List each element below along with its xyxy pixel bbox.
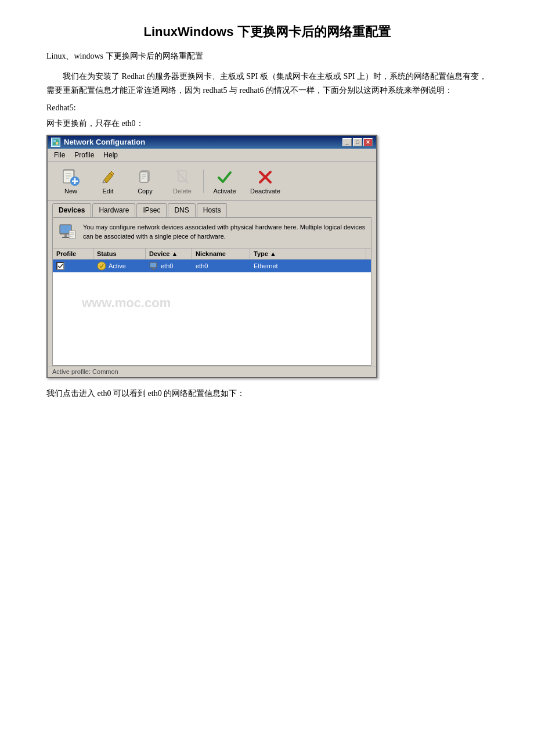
- activate-icon: [215, 168, 234, 186]
- table-header: Profile Status Device ▲ Nickname Type ▲: [53, 249, 371, 260]
- copy-label: Copy: [138, 188, 153, 195]
- restore-button[interactable]: □: [353, 138, 362, 146]
- empty-table-area: www.moc.com: [53, 272, 371, 365]
- tabs: Devices Hardware IPsec DNS Hosts: [48, 201, 376, 217]
- edit-label: Edit: [103, 188, 114, 195]
- cell-status: Active: [93, 260, 146, 272]
- new-label: New: [64, 188, 77, 195]
- cell-profile: [53, 260, 93, 272]
- menu-help[interactable]: Help: [102, 150, 120, 160]
- status-text: Active: [109, 262, 126, 269]
- device-name: eth0: [161, 262, 173, 269]
- cell-type: Ethernet: [250, 261, 366, 271]
- th-profile[interactable]: Profile: [53, 249, 93, 259]
- subtitle: Linux、windows 下更换网卡后的网络重配置: [46, 51, 488, 62]
- activate-button[interactable]: Activate: [207, 165, 242, 197]
- menu-file[interactable]: File: [52, 150, 67, 160]
- deactivate-button[interactable]: Deactivate: [244, 165, 286, 197]
- device-icon: [149, 261, 158, 271]
- deactivate-label: Deactivate: [250, 188, 280, 195]
- table-row[interactable]: Active eth0 eth0 Ethernet: [53, 260, 371, 272]
- svg-rect-14: [140, 172, 148, 182]
- titlebar-left: Network Configuration: [51, 138, 145, 147]
- th-type[interactable]: Type ▲: [250, 249, 366, 259]
- th-device[interactable]: Device ▲: [146, 249, 192, 259]
- menu-profile[interactable]: Profile: [73, 150, 96, 160]
- active-status-icon: [97, 261, 106, 271]
- tab-hosts[interactable]: Hosts: [197, 203, 228, 217]
- delete-button[interactable]: Delete: [165, 165, 200, 197]
- window-title: Network Configuration: [64, 138, 145, 146]
- svg-point-30: [98, 262, 106, 270]
- delete-label: Delete: [173, 188, 192, 195]
- svg-rect-25: [62, 237, 69, 238]
- statusbar: Active profile: Common: [48, 366, 376, 377]
- profile-checkbox[interactable]: [56, 262, 64, 270]
- cell-device: eth0: [146, 260, 192, 272]
- network-config-window: Network Configuration _ □ ✕ File Profile…: [46, 135, 377, 378]
- window-icon: [51, 138, 60, 147]
- svg-rect-1: [53, 140, 56, 142]
- cell-nickname: eth0: [192, 261, 250, 271]
- svg-rect-34: [151, 269, 156, 270]
- tab-dns[interactable]: DNS: [168, 203, 195, 217]
- toolbar-divider: [203, 170, 204, 193]
- devices-icon: [57, 222, 78, 243]
- copy-icon: [136, 168, 154, 186]
- devices-table: Profile Status Device ▲ Nickname Type ▲: [53, 249, 371, 365]
- tab-devices[interactable]: Devices: [52, 203, 91, 217]
- para1: 我们在为安装了 Redhat 的服务器更换网卡、主板或 SPI 板（集成网卡在主…: [46, 70, 488, 98]
- tab-content: You may configure network devices associ…: [52, 217, 371, 366]
- delete-icon: [173, 168, 192, 186]
- label-eth0-before: 网卡更换前，只存在 eth0：: [46, 118, 488, 129]
- titlebar: Network Configuration _ □ ✕: [48, 136, 376, 149]
- svg-rect-32: [150, 263, 156, 267]
- svg-rect-33: [153, 268, 154, 269]
- minimize-button[interactable]: _: [342, 138, 352, 146]
- window-buttons: _ □ ✕: [342, 138, 373, 146]
- activate-label: Activate: [213, 188, 236, 195]
- th-nickname[interactable]: Nickname: [192, 249, 250, 259]
- new-icon: [62, 168, 80, 186]
- svg-rect-2: [56, 142, 58, 145]
- menubar: File Profile Help: [48, 149, 376, 162]
- page-title: LinuxWindows 下更换网卡后的网络重配置: [46, 23, 488, 41]
- edit-icon: [99, 168, 117, 186]
- tab-ipsec[interactable]: IPsec: [136, 203, 167, 217]
- table-body: Active eth0 eth0 Ethernet: [53, 260, 371, 365]
- toolbar: New Edit: [48, 162, 376, 201]
- info-area: You may configure network devices associ…: [53, 218, 371, 249]
- deactivate-icon: [256, 168, 275, 186]
- info-text: You may configure network devices associ…: [83, 222, 366, 242]
- th-status[interactable]: Status: [93, 249, 146, 259]
- svg-rect-24: [64, 234, 67, 237]
- copy-button[interactable]: Copy: [128, 165, 163, 197]
- new-button[interactable]: New: [53, 165, 88, 197]
- edit-button[interactable]: Edit: [91, 165, 125, 197]
- bottom-text: 我们点击进入 eth0 可以看到 eth0 的网络配置信息如下：: [46, 388, 488, 399]
- watermark: www.moc.com: [82, 296, 171, 311]
- close-button[interactable]: ✕: [363, 138, 373, 146]
- svg-line-12: [103, 182, 106, 183]
- tab-hardware[interactable]: Hardware: [92, 203, 135, 217]
- label-redhat5: Redhat5:: [46, 103, 488, 113]
